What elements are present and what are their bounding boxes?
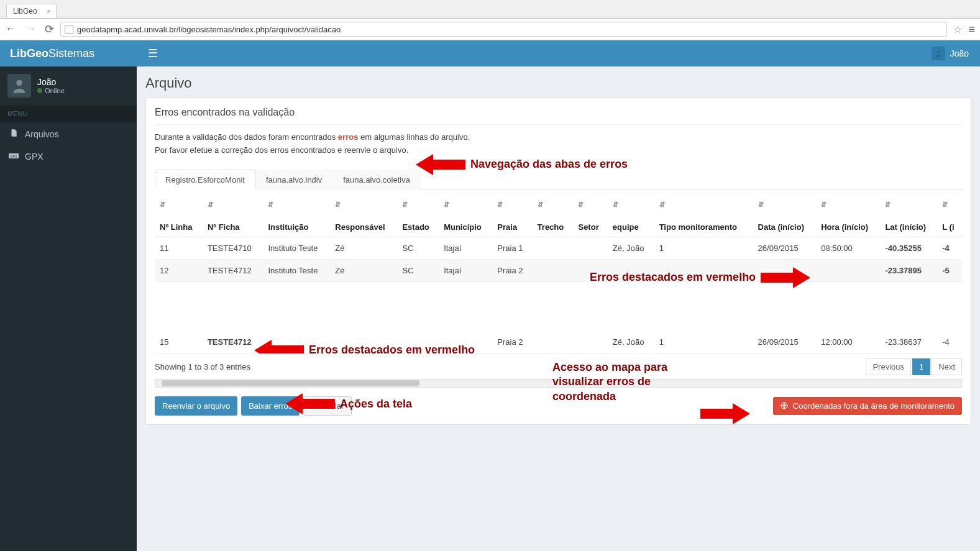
col-ficha[interactable]: ⇵Nº Ficha	[203, 196, 263, 237]
errors-table: ⇵Nº Linha ⇵Nº Ficha ⇵Instituição ⇵Respon…	[155, 196, 962, 354]
reload-icon[interactable]: ⟳	[45, 22, 54, 36]
col-trecho[interactable]: ⇵Trecho	[533, 196, 574, 237]
reenviar-button[interactable]: Reenviar o arquivo	[155, 396, 237, 416]
table-row: 15TESTE4712Praia 2Zé, João126/09/201512:…	[155, 331, 962, 353]
cancelar-button[interactable]: Cancelar	[303, 396, 352, 416]
cell-estado	[397, 331, 439, 353]
col-estado[interactable]: ⇵Estado	[397, 196, 439, 237]
col-equipe[interactable]: ⇵equipe	[608, 196, 654, 237]
cell-data: 26/09/2015	[753, 237, 817, 259]
address-bar: ← → ⟳ geodatapmp.acad.univali.br/libgeos…	[0, 19, 980, 40]
sort-icon: ⇵	[402, 201, 434, 209]
sort-icon: ⇵	[942, 201, 957, 209]
col-data[interactable]: ⇵Data (início)	[753, 196, 817, 237]
prev-page-button[interactable]: Previous	[866, 358, 911, 375]
back-icon[interactable]: ←	[5, 22, 16, 36]
cell-mun: Itajaí	[439, 237, 492, 259]
validation-box: Erros encontrados na validação Durante a…	[145, 98, 971, 425]
page-number-button[interactable]: 1	[912, 358, 930, 375]
browser-chrome: LibGeo × ← → ⟳ geodatapmp.acad.univali.b…	[0, 0, 980, 40]
sort-icon: ⇵	[208, 201, 259, 209]
cell-ficha: TESTE4712	[203, 331, 263, 353]
cell-ficha: TESTE4710	[203, 237, 263, 259]
col-setor[interactable]: ⇵Setor	[573, 196, 607, 237]
col-instituicao[interactable]: ⇵Instituição	[263, 196, 330, 237]
sort-icon: ⇵	[268, 201, 325, 209]
sidebar-toggle-icon[interactable]: ☰	[148, 47, 158, 60]
browser-tab[interactable]: LibGeo ×	[6, 4, 57, 18]
cell-setor	[573, 331, 607, 353]
cell-setor	[573, 237, 607, 259]
cell-estado: SC	[397, 259, 439, 281]
sort-icon: ⇵	[613, 201, 649, 209]
table-row: 12TESTE4712Instituto TesteZéSCItajaíPrai…	[155, 259, 962, 281]
close-tab-icon[interactable]: ×	[47, 7, 50, 15]
cell-hora: 12:00:00	[816, 331, 880, 353]
col-lon[interactable]: ⇵L (i	[937, 196, 962, 237]
cell-linha: 12	[155, 259, 203, 281]
sidebar-item-gpx[interactable]: GPX GPX	[0, 145, 137, 168]
tab-fauna-indiv[interactable]: fauna.alvo.indiv	[255, 170, 332, 189]
tab-registro-esforco[interactable]: Registro.EsforcoMonit	[155, 170, 255, 189]
col-municipio[interactable]: ⇵Município	[439, 196, 492, 237]
url-text: geodatapmp.acad.univali.br/libgeosistema…	[77, 25, 341, 34]
cell-inst	[263, 331, 330, 353]
info-text: Durante a validação dos dados foram enco…	[155, 131, 962, 157]
cell-equipe	[608, 259, 654, 281]
next-page-button[interactable]: Next	[932, 358, 962, 375]
tab-label: fauna.alvo.indiv	[266, 175, 322, 184]
svg-point-1	[16, 80, 22, 86]
coordenadas-fora-button[interactable]: Coordenadas fora da área de monitorament…	[773, 397, 962, 415]
tab-label: Registro.EsforcoMonit	[165, 175, 245, 184]
browser-tabs-bar: LibGeo ×	[0, 0, 980, 19]
main-content: Arquivo Erros encontrados na validação D…	[137, 66, 980, 551]
logo-bold: LibGeo	[10, 47, 48, 60]
url-input[interactable]: geodatapmp.acad.univali.br/libgeosistema…	[60, 22, 947, 37]
tab-fauna-coletiva[interactable]: fauna.alvo.coletiva	[332, 170, 421, 189]
coord-button-label: Coordenadas fora da área de monitorament…	[793, 401, 955, 411]
cell-linha: 11	[155, 237, 203, 259]
table-header-row: ⇵Nº Linha ⇵Nº Ficha ⇵Instituição ⇵Respon…	[155, 196, 962, 237]
sort-icon: ⇵	[821, 201, 875, 209]
header-user[interactable]: João	[932, 47, 969, 60]
sort-icon: ⇵	[444, 201, 487, 209]
bookmark-star-icon[interactable]: ☆	[953, 24, 962, 35]
col-praia[interactable]: ⇵Praia	[492, 196, 532, 237]
baixar-erros-button[interactable]: Baixar erros	[241, 396, 300, 416]
sidebar-menu-label: MENU	[0, 105, 137, 122]
col-tipo[interactable]: ⇵Tipo monitoramento	[654, 196, 753, 237]
scrollbar-thumb[interactable]	[162, 380, 419, 386]
sort-icon: ⇵	[335, 201, 392, 209]
forward-icon[interactable]: →	[25, 22, 36, 36]
cell-tipo	[654, 259, 753, 281]
cell-setor	[573, 259, 607, 281]
box-title: Erros encontrados na validação	[155, 107, 962, 125]
sidebar-item-label: Arquivos	[25, 129, 58, 139]
sort-icon: ⇵	[578, 201, 602, 209]
cell-data	[753, 259, 817, 281]
sort-icon: ⇵	[538, 201, 569, 209]
sidebar-user-status: Online	[37, 87, 65, 94]
sidebar-user-panel: João Online	[0, 66, 137, 105]
col-lat[interactable]: ⇵Lat (início)	[880, 196, 937, 237]
cell-lon: -5	[937, 259, 962, 281]
browser-menu-icon[interactable]: ≡	[968, 23, 975, 36]
col-hora[interactable]: ⇵Hora (início)	[816, 196, 880, 237]
app-logo[interactable]: LibGeoSistemas	[0, 47, 137, 60]
user-avatar-icon	[932, 47, 945, 60]
sidebar-item-arquivos[interactable]: Arquivos	[0, 122, 137, 145]
col-responsavel[interactable]: ⇵Responsável	[330, 196, 397, 237]
cell-equipe: Zé, João	[608, 331, 654, 353]
cell-data: 26/09/2015	[753, 331, 817, 353]
browser-tab-title: LibGeo	[13, 7, 37, 16]
sort-icon: ⇵	[160, 201, 198, 209]
cell-praia: Praia 2	[492, 259, 532, 281]
col-linha[interactable]: ⇵Nº Linha	[155, 196, 203, 237]
cell-praia: Praia 2	[492, 331, 532, 353]
pagination: Previous 1 Next	[866, 358, 962, 375]
horizontal-scrollbar[interactable]	[155, 379, 962, 388]
cell-tipo: 1	[654, 331, 753, 353]
arrow-icon	[700, 405, 750, 422]
sidebar-user-name: João	[37, 77, 65, 87]
gpx-icon: GPX	[9, 152, 19, 162]
